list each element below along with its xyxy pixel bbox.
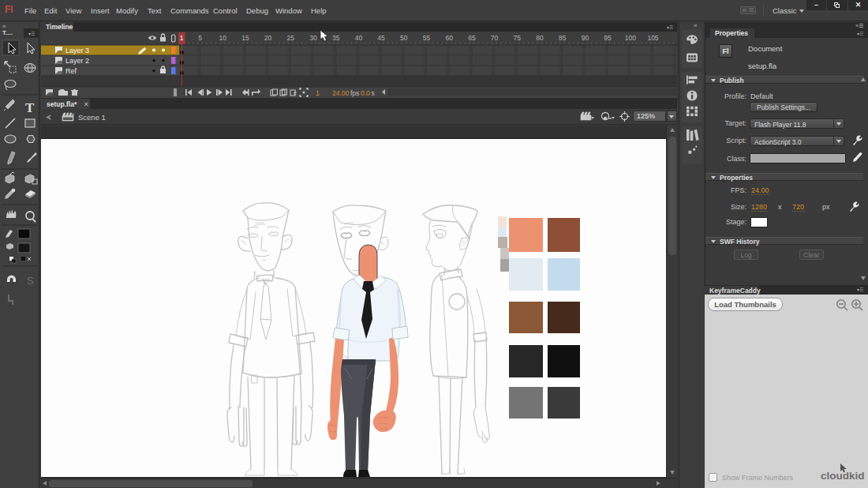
svg-text:75: 75 [514,34,522,42]
svg-text:85: 85 [559,34,567,42]
svg-text:50: 50 [400,34,408,42]
svg-text:30: 30 [309,34,317,42]
svg-text:24.00 fps: 24.00 fps [332,89,359,97]
svg-text:20: 20 [264,34,272,42]
svg-text:10: 10 [219,34,226,42]
svg-text:65: 65 [468,34,476,42]
svg-text:105: 105 [647,34,658,42]
svg-text:70: 70 [491,34,499,42]
svg-text:95: 95 [604,34,612,42]
svg-text:90: 90 [582,34,589,42]
svg-text:T: T [25,100,35,115]
svg-text:S: S [27,275,34,287]
svg-text:Ref: Ref [65,67,77,75]
svg-text:Layer 3: Layer 3 [65,47,89,54]
svg-text:55: 55 [423,34,431,42]
svg-text:60: 60 [445,34,453,42]
svg-text:15: 15 [241,34,249,42]
svg-text:5: 5 [198,34,202,42]
svg-text:35: 35 [332,34,340,42]
svg-text:e: e [294,90,297,96]
svg-text:100: 100 [625,34,636,42]
svg-text:25: 25 [287,34,295,42]
svg-text:80: 80 [536,34,544,42]
svg-text:45: 45 [377,34,385,42]
svg-text:1: 1 [180,34,184,42]
svg-text:0.0 s: 0.0 s [361,89,375,97]
svg-text:1: 1 [316,89,320,97]
svg-text:40: 40 [355,34,363,42]
svg-text:Layer 2: Layer 2 [65,57,89,65]
